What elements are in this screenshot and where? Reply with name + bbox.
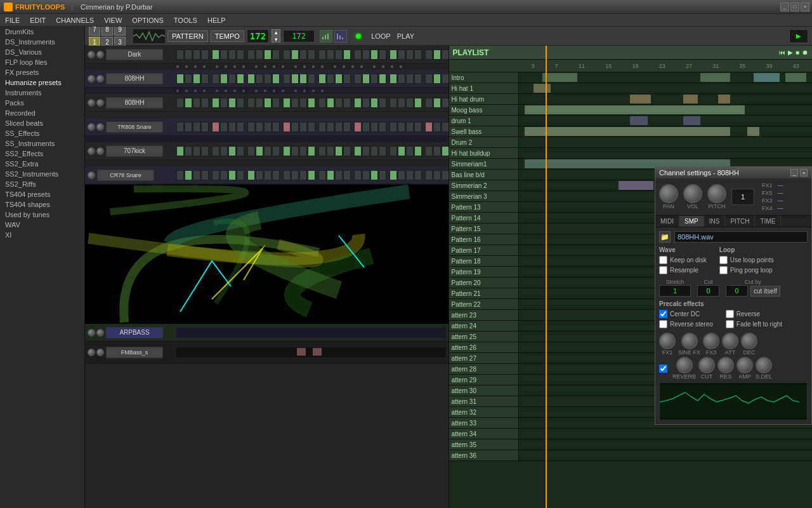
sidebar-item-ds-instruments[interactable]: DS_Instruments	[0, 37, 84, 47]
step[interactable]	[379, 50, 386, 60]
eq-btn2[interactable]	[334, 30, 347, 43]
pan-knob-dark[interactable]	[96, 51, 104, 58]
step[interactable]	[291, 74, 299, 84]
step[interactable]	[308, 98, 315, 108]
step[interactable]	[433, 146, 441, 156]
use-loop-points-checkbox[interactable]	[719, 256, 728, 264]
step[interactable]	[237, 98, 244, 108]
step[interactable]	[442, 170, 449, 180]
step[interactable]	[212, 98, 219, 108]
pl-track-content-hihatbuildup[interactable]	[519, 148, 813, 158]
step[interactable]	[308, 122, 315, 132]
step[interactable]	[354, 50, 362, 60]
step[interactable]	[228, 146, 236, 156]
step[interactable]	[414, 74, 422, 84]
step[interactable]	[247, 122, 255, 132]
step[interactable]	[379, 122, 386, 132]
step[interactable]	[185, 74, 192, 84]
step[interactable]	[406, 146, 414, 156]
sidebar-item-ds-various[interactable]: DS_Various	[0, 47, 84, 57]
cut-by-input[interactable]	[726, 285, 748, 297]
step[interactable]	[176, 122, 184, 132]
cut-itself-btn[interactable]: cut itself	[750, 286, 780, 297]
reverse-checkbox[interactable]	[726, 310, 734, 318]
pl-track-name-p33[interactable]: attern 33	[449, 418, 519, 428]
step[interactable]	[228, 50, 236, 60]
step[interactable]	[318, 170, 326, 180]
pl-track-name-p17[interactable]: Pattern 17	[449, 245, 519, 255]
step[interactable]	[247, 146, 255, 156]
step[interactable]	[414, 98, 422, 108]
pl-track-name-p22[interactable]: Pattern 22	[449, 299, 519, 309]
step[interactable]	[433, 98, 441, 108]
step[interactable]	[220, 146, 228, 156]
step[interactable]	[354, 122, 362, 132]
step[interactable]	[390, 98, 397, 108]
step[interactable]	[185, 146, 192, 156]
menu-view[interactable]: VIEW	[99, 14, 127, 26]
sdel-knob[interactable]	[756, 357, 772, 373]
vol-knob-cr78snare[interactable]	[88, 171, 95, 179]
pan-knob-707kick[interactable]	[96, 147, 104, 155]
step[interactable]	[327, 122, 334, 132]
master-vol[interactable]: ▶	[789, 29, 808, 43]
pan-knob[interactable]	[659, 184, 678, 203]
pl-track-name-p13[interactable]: Pattern 13	[449, 202, 519, 212]
step[interactable]	[318, 50, 326, 60]
pl-track-name-p16[interactable]: Pattern 16	[449, 234, 519, 244]
step[interactable]	[370, 74, 378, 84]
step[interactable]	[220, 98, 228, 108]
step[interactable]	[272, 146, 280, 156]
step[interactable]	[354, 146, 362, 156]
step[interactable]	[390, 170, 397, 180]
step[interactable]	[318, 74, 326, 84]
step[interactable]	[354, 98, 362, 108]
step[interactable]	[343, 122, 351, 132]
step[interactable]	[362, 170, 370, 180]
num-btn-8[interactable]: 8	[102, 27, 113, 36]
pl-track-name-p34[interactable]: attern 34	[449, 429, 519, 439]
step[interactable]	[228, 170, 236, 180]
pl-track-name-p19[interactable]: Pattern 19	[449, 267, 519, 277]
pan-knob-extra1[interactable]	[96, 329, 104, 337]
step[interactable]	[247, 74, 255, 84]
sidebar-item-ts404-presets[interactable]: TS404 presets	[0, 189, 84, 199]
step[interactable]	[228, 74, 236, 84]
step[interactable]	[201, 50, 209, 60]
pl-track-content-moogbass[interactable]	[519, 105, 813, 115]
step[interactable]	[201, 74, 209, 84]
step[interactable]	[327, 74, 334, 84]
step[interactable]	[237, 170, 244, 180]
pl-track-name-p24[interactable]: attern 24	[449, 321, 519, 331]
step[interactable]	[335, 50, 343, 60]
step[interactable]	[318, 122, 326, 132]
step[interactable]	[343, 74, 351, 84]
step[interactable]	[256, 98, 263, 108]
step[interactable]	[299, 146, 307, 156]
step[interactable]	[228, 98, 236, 108]
pl-track-name-p18[interactable]: Pattern 18	[449, 256, 519, 266]
pl-track-content-drum2[interactable]	[519, 137, 813, 147]
step[interactable]	[212, 122, 219, 132]
step[interactable]	[433, 170, 441, 180]
step[interactable]	[299, 170, 307, 180]
step[interactable]	[362, 122, 370, 132]
step[interactable]	[220, 50, 228, 60]
sidebar-item-xi[interactable]: XI	[0, 230, 84, 240]
sidebar-item-sliced-beats[interactable]: Sliced beats	[0, 118, 84, 128]
step[interactable]	[283, 98, 291, 108]
step[interactable]	[327, 146, 334, 156]
pl-track-name-p32[interactable]: attern 32	[449, 407, 519, 417]
step[interactable]	[343, 170, 351, 180]
instrument-name-707kick[interactable]: 707kick	[106, 145, 163, 157]
pl-block[interactable]	[619, 181, 654, 190]
step[interactable]	[354, 170, 362, 180]
pl-track-name-p36[interactable]: attern 36	[449, 450, 519, 460]
pl-track-name-p21[interactable]: Pattern 21	[449, 288, 519, 298]
step[interactable]	[256, 170, 263, 180]
step[interactable]	[433, 74, 441, 84]
keep-on-disk-checkbox[interactable]	[659, 256, 667, 264]
step[interactable]	[398, 98, 405, 108]
step[interactable]	[256, 74, 263, 84]
minimize-button[interactable]: _	[780, 3, 789, 11]
